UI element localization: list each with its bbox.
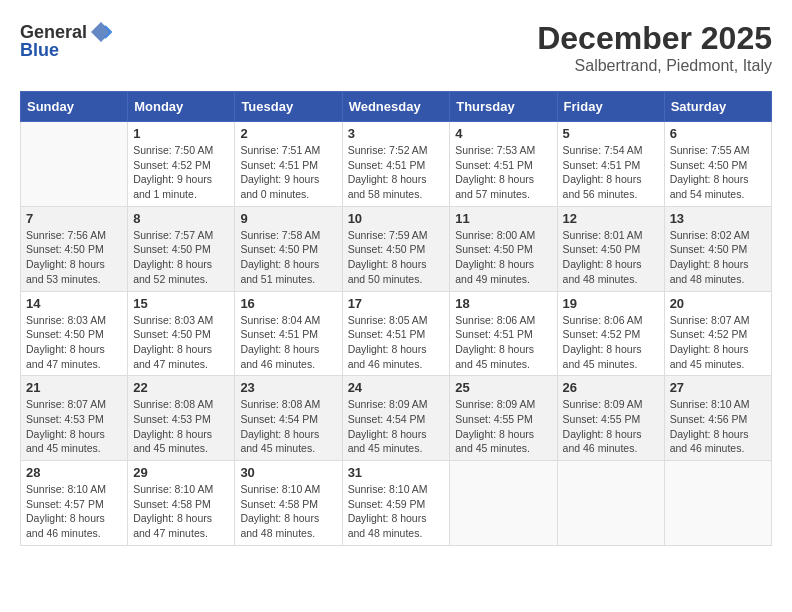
day-info: Sunrise: 7:50 AMSunset: 4:52 PMDaylight:… [133,143,229,202]
day-number: 15 [133,296,229,311]
calendar-day-cell: 10Sunrise: 7:59 AMSunset: 4:50 PMDayligh… [342,206,450,291]
day-number: 1 [133,126,229,141]
day-info: Sunrise: 8:10 AMSunset: 4:58 PMDaylight:… [240,482,336,541]
day-number: 4 [455,126,551,141]
day-info: Sunrise: 7:55 AMSunset: 4:50 PMDaylight:… [670,143,766,202]
empty-cell [21,122,128,207]
calendar-day-cell: 29Sunrise: 8:10 AMSunset: 4:58 PMDayligh… [128,461,235,546]
day-number: 14 [26,296,122,311]
day-number: 17 [348,296,445,311]
day-info: Sunrise: 7:53 AMSunset: 4:51 PMDaylight:… [455,143,551,202]
calendar-week-row: 28Sunrise: 8:10 AMSunset: 4:57 PMDayligh… [21,461,772,546]
logo-blue-text: Blue [20,40,59,61]
calendar-day-cell: 12Sunrise: 8:01 AMSunset: 4:50 PMDayligh… [557,206,664,291]
day-number: 25 [455,380,551,395]
calendar-day-cell: 26Sunrise: 8:09 AMSunset: 4:55 PMDayligh… [557,376,664,461]
day-number: 26 [563,380,659,395]
page-header: General Blue December 2025 Salbertrand, … [20,20,772,75]
calendar-day-cell: 18Sunrise: 8:06 AMSunset: 4:51 PMDayligh… [450,291,557,376]
column-header-sunday: Sunday [21,92,128,122]
day-number: 12 [563,211,659,226]
day-info: Sunrise: 8:09 AMSunset: 4:55 PMDaylight:… [563,397,659,456]
day-info: Sunrise: 7:54 AMSunset: 4:51 PMDaylight:… [563,143,659,202]
logo-icon [89,20,113,44]
calendar-day-cell: 24Sunrise: 8:09 AMSunset: 4:54 PMDayligh… [342,376,450,461]
day-info: Sunrise: 8:03 AMSunset: 4:50 PMDaylight:… [133,313,229,372]
day-number: 6 [670,126,766,141]
day-number: 8 [133,211,229,226]
month-title: December 2025 [537,20,772,57]
empty-cell [450,461,557,546]
day-info: Sunrise: 8:08 AMSunset: 4:53 PMDaylight:… [133,397,229,456]
calendar-day-cell: 9Sunrise: 7:58 AMSunset: 4:50 PMDaylight… [235,206,342,291]
day-info: Sunrise: 8:10 AMSunset: 4:59 PMDaylight:… [348,482,445,541]
calendar-day-cell: 23Sunrise: 8:08 AMSunset: 4:54 PMDayligh… [235,376,342,461]
day-info: Sunrise: 8:09 AMSunset: 4:54 PMDaylight:… [348,397,445,456]
day-info: Sunrise: 7:57 AMSunset: 4:50 PMDaylight:… [133,228,229,287]
calendar-day-cell: 22Sunrise: 8:08 AMSunset: 4:53 PMDayligh… [128,376,235,461]
calendar-day-cell: 16Sunrise: 8:04 AMSunset: 4:51 PMDayligh… [235,291,342,376]
column-header-friday: Friday [557,92,664,122]
day-number: 16 [240,296,336,311]
day-number: 11 [455,211,551,226]
day-number: 24 [348,380,445,395]
day-number: 31 [348,465,445,480]
day-info: Sunrise: 8:03 AMSunset: 4:50 PMDaylight:… [26,313,122,372]
calendar-day-cell: 1Sunrise: 7:50 AMSunset: 4:52 PMDaylight… [128,122,235,207]
calendar-day-cell: 17Sunrise: 8:05 AMSunset: 4:51 PMDayligh… [342,291,450,376]
column-header-wednesday: Wednesday [342,92,450,122]
day-number: 9 [240,211,336,226]
title-block: December 2025 Salbertrand, Piedmont, Ita… [537,20,772,75]
day-number: 23 [240,380,336,395]
calendar-day-cell: 11Sunrise: 8:00 AMSunset: 4:50 PMDayligh… [450,206,557,291]
day-number: 3 [348,126,445,141]
day-info: Sunrise: 7:56 AMSunset: 4:50 PMDaylight:… [26,228,122,287]
day-info: Sunrise: 8:07 AMSunset: 4:52 PMDaylight:… [670,313,766,372]
day-info: Sunrise: 7:51 AMSunset: 4:51 PMDaylight:… [240,143,336,202]
empty-cell [664,461,771,546]
empty-cell [557,461,664,546]
calendar-day-cell: 27Sunrise: 8:10 AMSunset: 4:56 PMDayligh… [664,376,771,461]
day-number: 7 [26,211,122,226]
day-number: 27 [670,380,766,395]
calendar-day-cell: 25Sunrise: 8:09 AMSunset: 4:55 PMDayligh… [450,376,557,461]
calendar-day-cell: 15Sunrise: 8:03 AMSunset: 4:50 PMDayligh… [128,291,235,376]
location-title: Salbertrand, Piedmont, Italy [537,57,772,75]
calendar-week-row: 7Sunrise: 7:56 AMSunset: 4:50 PMDaylight… [21,206,772,291]
header-row: SundayMondayTuesdayWednesdayThursdayFrid… [21,92,772,122]
calendar-day-cell: 8Sunrise: 7:57 AMSunset: 4:50 PMDaylight… [128,206,235,291]
day-number: 30 [240,465,336,480]
day-info: Sunrise: 7:52 AMSunset: 4:51 PMDaylight:… [348,143,445,202]
calendar-week-row: 21Sunrise: 8:07 AMSunset: 4:53 PMDayligh… [21,376,772,461]
day-number: 21 [26,380,122,395]
column-header-thursday: Thursday [450,92,557,122]
calendar-week-row: 14Sunrise: 8:03 AMSunset: 4:50 PMDayligh… [21,291,772,376]
day-info: Sunrise: 8:10 AMSunset: 4:57 PMDaylight:… [26,482,122,541]
day-number: 22 [133,380,229,395]
day-info: Sunrise: 8:01 AMSunset: 4:50 PMDaylight:… [563,228,659,287]
day-info: Sunrise: 7:59 AMSunset: 4:50 PMDaylight:… [348,228,445,287]
day-info: Sunrise: 8:07 AMSunset: 4:53 PMDaylight:… [26,397,122,456]
calendar-week-row: 1Sunrise: 7:50 AMSunset: 4:52 PMDaylight… [21,122,772,207]
day-info: Sunrise: 8:06 AMSunset: 4:52 PMDaylight:… [563,313,659,372]
day-number: 28 [26,465,122,480]
calendar-day-cell: 5Sunrise: 7:54 AMSunset: 4:51 PMDaylight… [557,122,664,207]
day-number: 13 [670,211,766,226]
column-header-monday: Monday [128,92,235,122]
calendar-day-cell: 21Sunrise: 8:07 AMSunset: 4:53 PMDayligh… [21,376,128,461]
day-info: Sunrise: 7:58 AMSunset: 4:50 PMDaylight:… [240,228,336,287]
day-number: 5 [563,126,659,141]
calendar-day-cell: 3Sunrise: 7:52 AMSunset: 4:51 PMDaylight… [342,122,450,207]
calendar-day-cell: 20Sunrise: 8:07 AMSunset: 4:52 PMDayligh… [664,291,771,376]
day-info: Sunrise: 8:05 AMSunset: 4:51 PMDaylight:… [348,313,445,372]
day-info: Sunrise: 8:06 AMSunset: 4:51 PMDaylight:… [455,313,551,372]
calendar-day-cell: 13Sunrise: 8:02 AMSunset: 4:50 PMDayligh… [664,206,771,291]
calendar-day-cell: 6Sunrise: 7:55 AMSunset: 4:50 PMDaylight… [664,122,771,207]
day-info: Sunrise: 8:02 AMSunset: 4:50 PMDaylight:… [670,228,766,287]
day-number: 29 [133,465,229,480]
calendar-day-cell: 7Sunrise: 7:56 AMSunset: 4:50 PMDaylight… [21,206,128,291]
day-info: Sunrise: 8:10 AMSunset: 4:56 PMDaylight:… [670,397,766,456]
day-info: Sunrise: 8:08 AMSunset: 4:54 PMDaylight:… [240,397,336,456]
calendar-table: SundayMondayTuesdayWednesdayThursdayFrid… [20,91,772,546]
calendar-day-cell: 31Sunrise: 8:10 AMSunset: 4:59 PMDayligh… [342,461,450,546]
